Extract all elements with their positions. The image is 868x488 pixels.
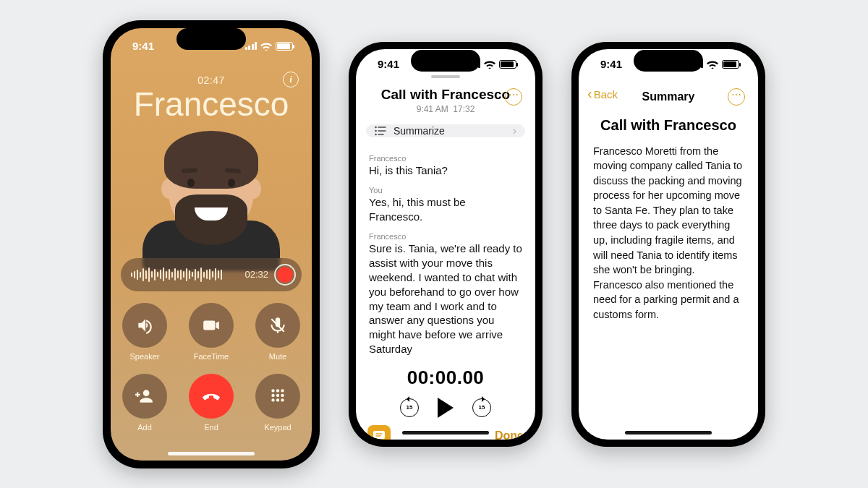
svg-point-5 [281,393,284,396]
transcript-toggle-button[interactable] [367,425,391,440]
more-button[interactable]: ⋯ [505,88,522,106]
skip-back-15-button[interactable] [400,398,419,417]
transcript-speaker: You [369,185,522,196]
dynamic-island [176,28,246,50]
dynamic-island [411,50,480,72]
mute-icon [268,316,287,335]
mute-button[interactable] [255,303,300,348]
svg-point-3 [271,393,274,396]
speaker-button[interactable] [122,303,167,348]
contact-memoji [135,122,287,267]
audio-player: 00:00.00 [356,367,535,418]
battery-icon [722,60,739,69]
playback-time: 00:00.00 [356,367,535,389]
video-icon [202,316,221,335]
recording-time: 02:32 [244,269,268,280]
wifi-icon [707,60,718,69]
status-time: 9:41 [132,40,154,52]
transcript-view[interactable]: FrancescoHi, is this Tania?YouYes, hi, t… [356,137,535,356]
svg-point-7 [276,398,279,401]
battery-icon [499,60,516,69]
status-time: 9:41 [600,58,622,70]
transcript-line: Hi, is this Tania? [369,163,522,178]
recording-pill[interactable]: 02:32 [121,258,302,291]
keypad-label: Keypad [264,423,291,432]
summary-heading: Call with Francesco [593,117,744,134]
home-indicator[interactable] [625,431,712,435]
phone-call-screen: 9:41 i 02:47 Francesco [103,20,320,468]
wifi-icon [260,42,272,51]
svg-point-8 [281,398,284,401]
svg-point-9 [375,127,376,127]
keypad-icon [268,387,287,406]
sheet-subtitle: 9:41 AM 17:32 [356,104,535,114]
svg-point-10 [375,130,376,131]
home-indicator[interactable] [168,452,255,455]
add-label: Add [137,423,152,432]
svg-point-0 [271,389,274,392]
svg-point-11 [375,134,376,134]
svg-point-1 [276,389,279,392]
mute-label: Mute [269,352,286,361]
chevron-right-icon: › [513,124,516,137]
call-duration: 02:47 [197,74,225,86]
transcript-line: Yes, hi, this must be Francesco. [369,195,522,224]
svg-point-4 [276,393,279,396]
info-button[interactable]: i [283,72,299,87]
add-person-icon [135,387,154,406]
phone-summary-screen: 9:41 ‹ Back Summary ⋯ Cal [571,42,765,447]
end-label: End [204,423,218,432]
play-button[interactable] [438,398,454,418]
speech-bubble-icon [373,430,386,440]
phone-transcript-screen: 9:41 Call with Francesco 9:41 AM 17:32 ⋯ [349,42,542,447]
summarize-label: Summarize [393,125,445,137]
cellular-icon [245,42,258,50]
keypad-button[interactable] [255,374,300,419]
battery-icon [276,42,293,51]
add-call-button[interactable] [122,374,167,419]
nav-title: Summary [642,90,695,103]
waveform-icon [131,267,239,283]
sheet-grabber[interactable] [431,75,460,78]
svg-point-6 [271,398,274,401]
hangup-icon [202,387,221,406]
summarize-button[interactable]: Summarize › [366,124,525,137]
done-button[interactable]: Done [495,429,524,440]
speaker-label: Speaker [130,352,160,361]
svg-point-2 [281,389,284,392]
more-button[interactable]: ⋯ [728,88,745,106]
end-call-button[interactable] [189,374,234,419]
dynamic-island [634,50,703,72]
transcript-speaker: Francesco [369,153,522,164]
transcript-speaker: Francesco [369,231,522,242]
facetime-button[interactable] [189,303,234,348]
skip-forward-15-button[interactable] [472,398,491,417]
summarize-icon [375,126,386,136]
speaker-icon [135,316,154,335]
back-label: Back [594,88,618,100]
facetime-label: FaceTime [194,352,229,361]
transcript-line: Sure is. Tania, we're all ready to assis… [369,241,522,356]
back-button[interactable]: ‹ Back [587,88,618,100]
home-indicator[interactable] [402,431,489,435]
summary-text: Francesco Moretti from the moving compan… [593,144,744,322]
wifi-icon [484,60,495,69]
record-button[interactable] [274,264,296,286]
caller-name: Francesco [134,87,289,121]
status-time: 9:41 [378,58,399,70]
